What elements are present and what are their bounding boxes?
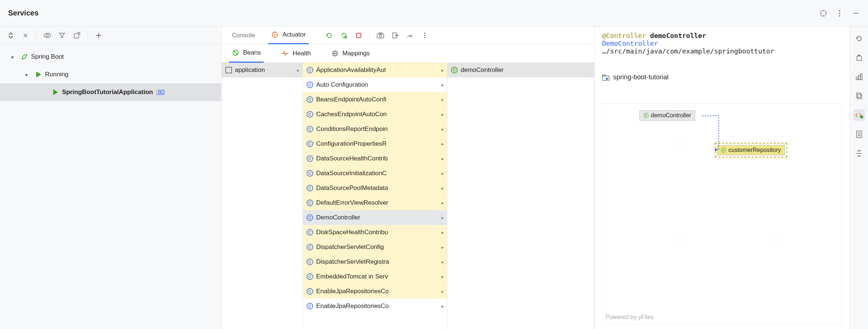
breakpoint-icon[interactable] [819,9,827,17]
class-icon [307,303,313,309]
bean-row[interactable]: DemoController [303,210,447,225]
tab-mappings[interactable]: Mappings [328,44,373,63]
svg-point-23 [379,35,382,37]
rail-diagram-icon[interactable] [853,71,865,83]
class-icon [307,141,313,147]
rail-doc-icon[interactable] [853,128,865,140]
module-icon [225,67,232,73]
bean-row-label: ConditionsReportEndpoin [316,125,388,133]
svg-point-27 [424,32,426,34]
detail-panel: @Controller demoController DemoControlle… [595,27,850,329]
tab-console[interactable]: Console [229,27,258,44]
bean-row[interactable]: CachesEndpointAutoCon [303,107,447,122]
rail-collapse-icon[interactable] [853,148,865,159]
more-icon[interactable] [835,9,844,17]
config-icon[interactable] [73,31,81,39]
bean-row-label: DispatcherServletRegistra [316,258,389,266]
expand-all-icon[interactable] [7,31,15,39]
tab-label: Beans [243,49,261,56]
context-item-application[interactable]: application [222,63,303,77]
bean-row[interactable]: ApplicationAvailabilityAut [303,63,447,77]
bean-row[interactable]: DefaultErrorViewResolver [303,195,447,210]
separator [36,31,37,40]
svg-rect-38 [857,56,861,60]
svg-rect-41 [861,74,862,80]
bean-row-label: EnableJpaRepositoriesCo [316,302,389,310]
bean-row[interactable]: DispatcherServletConfig [303,240,447,254]
tree-app-port[interactable]: :80 [156,89,165,96]
tab-beans[interactable]: Beans [229,44,264,63]
rerun-icon[interactable] [325,31,333,39]
tree-group-running[interactable]: Running [0,66,221,83]
dependency-diagram[interactable]: demoController customerRepository Powere… [602,103,842,324]
bean-instance[interactable]: demoController [447,63,594,77]
bean-row-label: ConfigurationPropertiesR [316,140,387,148]
tree: Spring Boot Running SpringBootTutorialAp… [0,44,221,105]
bean-row[interactable]: DispatcherServletRegistra [303,254,447,269]
svg-rect-21 [356,33,361,38]
separator [88,31,88,40]
filter-icon[interactable] [58,31,66,39]
class-icon [307,229,313,236]
tree-root-label: Spring Boot [31,53,64,60]
rail-code-spring-icon[interactable] [853,109,865,121]
exit-icon[interactable] [391,31,399,39]
bean-row[interactable]: DataSourceInitializationC [303,166,447,181]
bean-row[interactable]: BeansEndpointAutoConfi [303,92,447,107]
module-row[interactable]: spring-boot-tutorial [602,73,842,81]
class-icon [307,214,313,221]
context-label: application [235,66,265,74]
svg-rect-42 [858,94,862,99]
rail-copy-icon[interactable] [853,90,865,102]
main-area: Spring Boot Running SpringBootTutorialAp… [0,27,868,329]
class-icon [307,126,313,132]
svg-rect-11 [74,34,79,38]
bean-row[interactable]: DiskSpaceHealthContribu [303,225,447,240]
top-tabbar: Console Actuator [222,27,594,44]
bean-row-label: CachesEndpointAutoCon [316,111,387,118]
column-context: application [222,63,303,329]
bean-row[interactable]: DataSourceHealthContrib [303,151,447,166]
bean-row[interactable]: EnableJpaRepositoriesCo [303,284,447,299]
view-icon[interactable] [43,31,51,39]
bean-instance-label: demoController [461,66,503,74]
bean-row[interactable]: EmbeddedTomcat in Serv [303,269,447,284]
rail-navigate-icon[interactable] [853,52,865,63]
bean-name: demoController [650,32,706,39]
spring-leaf-icon [21,53,28,60]
camera-icon[interactable] [376,31,385,39]
beans-icon [232,49,239,56]
minimize-icon[interactable] [852,9,860,17]
svg-point-28 [424,35,426,36]
bean-row[interactable]: ConfigurationPropertiesR [303,136,447,151]
chevron-down-icon[interactable] [25,71,32,78]
svg-point-16 [22,58,23,59]
bean-class[interactable]: DemoController [602,39,842,47]
bean-row[interactable]: EnableJpaRepositoriesCo [303,299,447,314]
rerun-with-icon[interactable] [340,31,348,39]
bean-row[interactable]: DataSourcePoolMetadata [303,181,447,195]
titlebar: Services [0,0,868,27]
chevron-down-icon[interactable] [11,53,18,60]
bean-row[interactable]: ConditionsReportEndpoin [303,122,447,136]
svg-rect-37 [606,78,608,80]
add-icon[interactable] [95,31,103,39]
bean-icon [451,67,458,73]
column-detail: demoController [447,63,594,329]
tab-health[interactable]: Health [278,44,314,63]
bean-row-label: DispatcherServletConfig [316,243,384,251]
tree-root-spring-boot[interactable]: Spring Boot [0,48,221,66]
class-icon [307,244,313,250]
tab-actuator[interactable]: Actuator [268,27,308,44]
gauge-icon[interactable] [406,31,414,39]
tree-app-item[interactable]: SpringBootTutorialApplication :80 [0,83,221,101]
rail-refresh-icon[interactable] [853,32,865,44]
collapse-all-icon[interactable] [21,31,30,39]
stop-icon[interactable] [355,31,363,39]
bean-row[interactable]: Auto Configuration [303,77,447,92]
separator [369,31,370,40]
left-panel: Spring Boot Running SpringBootTutorialAp… [0,27,222,329]
more-icon[interactable] [421,31,429,39]
class-icon [307,155,313,162]
tree-group-label: Running [45,71,68,78]
